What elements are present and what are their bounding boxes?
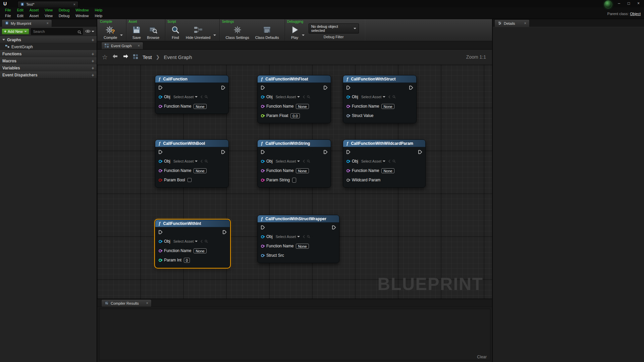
menu-item[interactable]: Debug (56, 8, 72, 12)
data-pin[interactable] (261, 245, 264, 248)
compile-options-caret[interactable] (120, 31, 123, 37)
close-icon[interactable]: × (524, 21, 526, 25)
menu-item-debug[interactable]: Debug (56, 14, 72, 18)
graph-node[interactable]: ƒCallFunctionWithStructObjSelect AssetFu… (343, 75, 417, 123)
menu-item-edit[interactable]: Edit (14, 14, 26, 18)
asset-window-tab[interactable]: Test* × (17, 1, 78, 7)
exec-out-pin[interactable] (409, 85, 413, 91)
exec-in-pin[interactable] (158, 85, 163, 91)
data-pin[interactable] (346, 96, 350, 99)
breadcrumb-root[interactable]: Test (143, 54, 152, 60)
select-asset-dropdown[interactable]: Select Asset (361, 159, 386, 163)
window-close-button[interactable]: × (634, 0, 643, 7)
data-pin[interactable] (159, 169, 162, 172)
hide-unrelated-options-caret[interactable] (213, 31, 216, 37)
exec-out-pin[interactable] (221, 85, 225, 91)
data-pin[interactable] (261, 96, 264, 99)
close-icon[interactable]: × (146, 301, 148, 305)
parent-class-link[interactable]: Object (630, 12, 641, 16)
value-box[interactable]: None (296, 244, 309, 249)
data-pin[interactable] (346, 114, 350, 117)
exec-out-pin[interactable] (323, 149, 328, 156)
data-pin[interactable] (159, 259, 162, 262)
data-pin[interactable] (261, 254, 264, 257)
node-header[interactable]: ƒCallFunctionWithWildcardParam (343, 140, 425, 147)
node-header[interactable]: ƒCallFunction (155, 75, 228, 83)
find-button[interactable]: Find (168, 25, 183, 40)
class-defaults-button[interactable]: Class Defaults (252, 25, 282, 40)
play-button[interactable]: Play (288, 25, 302, 40)
node-header[interactable]: ƒCallFunctionWithInt (155, 220, 230, 227)
add-event-dispatcher-button[interactable]: + (92, 73, 94, 77)
graph-canvas[interactable]: BLUEPRINT ƒCallFunctionObjSelect AssetFu… (97, 65, 492, 299)
add-function-button[interactable]: + (92, 52, 94, 56)
menu-item[interactable]: Edit (14, 8, 26, 12)
exec-out-pin[interactable] (222, 230, 227, 236)
nav-forward-button[interactable] (122, 54, 129, 60)
menu-item[interactable]: Window (72, 8, 92, 12)
menu-item-asset[interactable]: Asset (26, 14, 42, 18)
tree-section-graphs[interactable]: Graphs + (0, 36, 97, 43)
add-macro-button[interactable]: + (92, 59, 94, 63)
menu-item[interactable]: View (42, 8, 56, 12)
value-box[interactable]: None (381, 104, 394, 109)
add-variable-button[interactable]: + (92, 66, 94, 70)
editor-status-icon[interactable] (604, 0, 612, 8)
browse-button[interactable]: Browse (144, 25, 162, 40)
add-new-button[interactable]: + Add New (2, 28, 29, 35)
data-pin[interactable] (261, 235, 264, 238)
exec-in-pin[interactable] (261, 225, 265, 231)
graph-node[interactable]: ƒCallFunctionWithStructWrapperObjSelect … (257, 215, 339, 263)
maximize-button[interactable]: □ (624, 0, 634, 7)
exec-out-pin[interactable] (221, 149, 225, 156)
data-pin[interactable] (159, 240, 162, 243)
node-header[interactable]: ƒCallFunctionWithFloat (258, 75, 331, 83)
exec-in-pin[interactable] (261, 85, 265, 91)
select-asset-dropdown[interactable]: Select Asset (173, 239, 198, 243)
param-checkbox[interactable] (187, 178, 192, 182)
class-settings-button[interactable]: Class Settings (222, 25, 252, 40)
exec-in-pin[interactable] (158, 230, 163, 236)
value-box[interactable]: None (296, 104, 309, 109)
data-pin[interactable] (261, 114, 264, 117)
value-box[interactable]: None (194, 248, 206, 253)
data-pin[interactable] (261, 179, 264, 182)
graph-node[interactable]: ƒCallFunctionWithIntObjSelect AssetFunct… (155, 220, 230, 268)
select-asset-dropdown[interactable]: Select Asset (361, 95, 386, 99)
clear-button[interactable]: Clear (477, 355, 487, 359)
value-box[interactable]: None (381, 168, 394, 173)
graph-node[interactable]: ƒCallFunctionObjSelect AssetFunction Nam… (155, 75, 229, 114)
value-box[interactable]: None (296, 168, 309, 173)
value-box[interactable]: None (194, 168, 206, 173)
exec-out-pin[interactable] (418, 149, 422, 156)
menu-item[interactable]: Help (92, 8, 105, 12)
view-options-button[interactable] (85, 28, 95, 35)
graph-node[interactable]: ƒCallFunctionWithBoolObjSelect AssetFunc… (155, 139, 229, 188)
minimize-button[interactable]: – (614, 0, 624, 7)
favorite-star-icon[interactable]: ☆ (102, 54, 108, 60)
select-asset-dropdown[interactable]: Select Asset (173, 95, 198, 99)
exec-in-pin[interactable] (261, 149, 265, 156)
select-asset-dropdown[interactable]: Select Asset (276, 159, 300, 163)
hide-unrelated-button[interactable]: Hide Unrelated (183, 25, 213, 40)
value-box[interactable] (292, 178, 296, 183)
data-pin[interactable] (346, 169, 350, 172)
data-pin[interactable] (261, 160, 264, 163)
add-graph-button[interactable]: + (92, 38, 94, 42)
graph-node[interactable]: ƒCallFunctionWithFloatObjSelect AssetFun… (257, 75, 331, 123)
nav-back-button[interactable] (112, 54, 118, 60)
exec-in-pin[interactable] (158, 149, 163, 156)
menu-item-help[interactable]: Help (92, 14, 105, 18)
tree-section-macros[interactable]: Macros + (0, 57, 97, 64)
value-box[interactable]: None (194, 104, 206, 109)
debug-object-dropdown[interactable]: No debug object selected (309, 23, 359, 34)
tree-item-eventgraph[interactable]: EventGraph (0, 43, 97, 50)
menu-item[interactable]: Asset (26, 8, 42, 12)
menu-item[interactable]: File (2, 8, 14, 12)
tab-compiler-results[interactable]: Compiler Results × (101, 299, 152, 307)
tab-details[interactable]: Details × (494, 19, 530, 27)
data-pin[interactable] (346, 105, 350, 108)
node-header[interactable]: ƒCallFunctionWithBool (155, 140, 228, 147)
data-pin[interactable] (261, 105, 264, 108)
node-header[interactable]: ƒCallFunctionWithString (258, 140, 331, 147)
